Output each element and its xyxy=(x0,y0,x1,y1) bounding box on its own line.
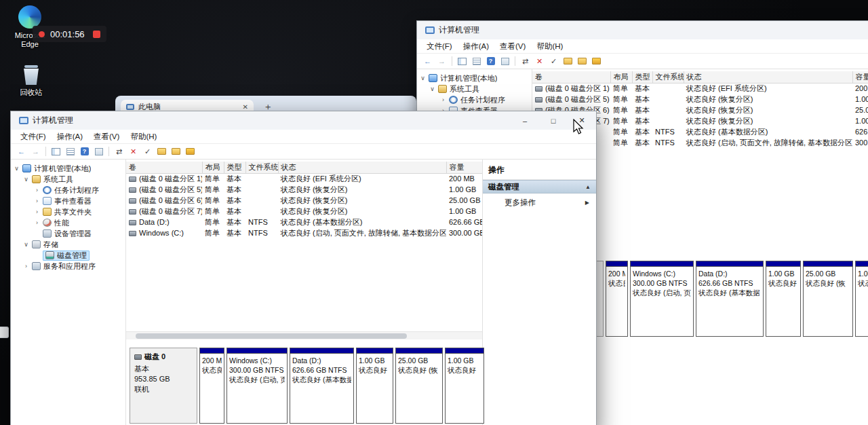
back-icon[interactable]: ← xyxy=(15,145,28,158)
tree-item-system-tools[interactable]: ∨系统工具 xyxy=(11,174,125,185)
expander-icon[interactable]: › xyxy=(34,187,40,193)
scrollbar-thumb[interactable] xyxy=(136,333,407,339)
delete-icon[interactable]: ✕ xyxy=(127,145,140,158)
forward-icon[interactable]: → xyxy=(435,55,448,67)
titlebar[interactable]: 计算机管理 xyxy=(417,21,868,39)
tree-item-event-viewer[interactable]: ›事件查看器 xyxy=(11,196,125,206)
delete-icon[interactable]: ✕ xyxy=(533,55,546,67)
tree-item-computer-management[interactable]: ∨计算机管理(本地) xyxy=(417,73,532,84)
volume-row[interactable]: (磁盘 0 磁盘分区 7)简单基本状态良好 (恢复分区)1.00 GB xyxy=(126,206,482,217)
expander-icon[interactable]: ∨ xyxy=(420,75,426,81)
partition-block[interactable]: 1.00 GB状态良好 xyxy=(445,348,484,424)
col-status[interactable]: 状态 xyxy=(684,71,852,83)
save-icon[interactable] xyxy=(590,55,603,67)
save-icon[interactable] xyxy=(184,145,197,158)
volume-row[interactable]: (磁盘 0 磁盘分区 1)简单基本状态良好 (EFI 系统分区)200 MB xyxy=(532,83,868,94)
menu-view[interactable]: 查看(V) xyxy=(494,41,531,52)
tab-close-icon[interactable]: ✕ xyxy=(243,103,248,111)
col-capacity[interactable]: 容量 xyxy=(446,162,482,173)
recycle-bin-icon[interactable]: 回收站 xyxy=(9,65,53,97)
help-icon[interactable]: ? xyxy=(78,145,91,158)
check-icon[interactable]: ✓ xyxy=(547,55,560,67)
disk0-info-box[interactable]: 磁盘 0 基本 953.85 GB 联机 xyxy=(130,348,197,424)
partition-block[interactable]: 1.00 GB状态良好 xyxy=(356,348,393,424)
stop-recording-button[interactable] xyxy=(93,31,100,38)
back-icon[interactable]: ← xyxy=(421,55,434,67)
grid-icon[interactable] xyxy=(92,145,105,158)
collapse-icon[interactable]: ▲ xyxy=(585,184,591,190)
computer-management-window[interactable]: 计算机管理 – □ ✕ 文件(F) 操作(A) 查看(V) 帮助(H) ← → … xyxy=(10,111,597,425)
col-filesystem[interactable]: 文件系统 xyxy=(652,71,684,83)
col-status[interactable]: 状态 xyxy=(278,162,446,173)
console-tree-icon[interactable] xyxy=(456,55,469,67)
titlebar[interactable]: 计算机管理 – □ ✕ xyxy=(11,111,596,130)
minimize-button[interactable]: – xyxy=(511,111,539,130)
col-type[interactable]: 类型 xyxy=(224,162,245,173)
tree-item-services-applications[interactable]: ›服务和应用程序 xyxy=(11,261,125,272)
tree-item-shared-folders[interactable]: ›共享文件夹 xyxy=(11,206,125,217)
help-icon[interactable]: ? xyxy=(484,55,497,67)
folder-open-icon[interactable] xyxy=(576,55,589,67)
refresh-icon[interactable]: ⇄ xyxy=(519,55,532,67)
refresh-icon[interactable]: ⇄ xyxy=(113,145,125,158)
col-volume[interactable]: 卷 xyxy=(532,71,610,83)
menu-action[interactable]: 操作(A) xyxy=(458,41,494,52)
partition-block[interactable]: Data (D:)626.66 GB NTFS状态良好 (基本数据 xyxy=(290,348,354,424)
partition-block[interactable]: 1.00 GB状态良好 xyxy=(766,261,801,337)
check-icon[interactable]: ✓ xyxy=(141,145,154,158)
expander-icon[interactable]: › xyxy=(34,198,40,204)
volume-row[interactable]: Windows (C:)简单基本NTFS状态良好 (启动, 页面文件, 故障转储… xyxy=(126,227,482,238)
tree-item-storage[interactable]: ∨存储 xyxy=(11,239,125,250)
volume-row[interactable]: (磁盘 0 磁盘分区 5)简单基本状态良好 (恢复分区)1.00 GB xyxy=(532,94,868,105)
actions-section-disk-management[interactable]: 磁盘管理 ▲ xyxy=(483,180,596,193)
expander-icon[interactable]: ∨ xyxy=(23,176,29,183)
grid-icon[interactable] xyxy=(498,55,511,67)
maximize-button[interactable]: □ xyxy=(539,111,568,130)
more-actions-item[interactable]: 更多操作 ▶ xyxy=(483,193,596,211)
expander-icon[interactable]: › xyxy=(34,208,40,215)
console-tree-icon[interactable] xyxy=(50,145,62,158)
docked-widget[interactable] xyxy=(0,327,9,338)
expander-icon[interactable]: ∨ xyxy=(14,165,20,172)
partition-block[interactable]: 25.00 GB状态良好 (恢 xyxy=(803,261,853,337)
volume-row[interactable]: (磁盘 0 磁盘分区 5)简单基本状态良好 (恢复分区)1.00 GB xyxy=(126,184,482,195)
partition-block[interactable]: Data (D:)626.66 GB NTFS状态良好 (基本数据 xyxy=(696,261,764,337)
expander-icon[interactable]: › xyxy=(440,96,446,103)
col-type[interactable]: 类型 xyxy=(632,71,652,83)
col-layout[interactable]: 布局 xyxy=(202,162,224,173)
volume-row[interactable]: (磁盘 0 磁盘分区 6)简单基本状态良好 (恢复分区)25.00 GB xyxy=(126,195,482,206)
menu-view[interactable]: 查看(V) xyxy=(88,132,125,142)
partition-block[interactable]: 200 MB状态良好 xyxy=(199,348,224,424)
partition-block[interactable]: 200 MB状态良好 xyxy=(606,261,628,337)
tree-item-disk-management[interactable]: 磁盘管理 xyxy=(11,250,125,261)
expander-icon[interactable]: › xyxy=(23,263,29,270)
menu-action[interactable]: 操作(A) xyxy=(52,132,88,142)
col-filesystem[interactable]: 文件系统 xyxy=(245,162,278,173)
partition-block[interactable]: 25.00 GB状态良好 (恢 xyxy=(395,348,443,424)
col-layout[interactable]: 布局 xyxy=(610,71,632,83)
export-list-icon[interactable] xyxy=(470,55,483,67)
volume-row[interactable]: Data (D:)简单基本NTFS状态良好 (基本数据分区)626.66 GB xyxy=(126,217,482,227)
col-capacity[interactable]: 容量 xyxy=(852,71,868,83)
tree-item-task-scheduler[interactable]: ›任务计划程序 xyxy=(417,94,532,105)
menu-file[interactable]: 文件(F) xyxy=(421,41,458,52)
volume-row[interactable]: (磁盘 0 磁盘分区 1)简单基本状态良好 (EFI 系统分区)200 MB xyxy=(126,173,482,184)
partition-block[interactable]: Windows (C:)300.00 GB NTFS状态良好 (启动, 页 xyxy=(630,261,694,337)
col-volume[interactable]: 卷 xyxy=(126,162,202,173)
menu-help[interactable]: 帮助(H) xyxy=(531,41,568,52)
tree-item-task-scheduler[interactable]: ›任务计划程序 xyxy=(11,185,125,196)
new-tab-button[interactable]: ＋ xyxy=(263,102,273,111)
folder-open-icon[interactable] xyxy=(170,145,182,158)
menu-file[interactable]: 文件(F) xyxy=(15,132,52,142)
folder-icon[interactable] xyxy=(155,145,168,158)
expander-icon[interactable]: › xyxy=(34,219,40,226)
folder-icon[interactable] xyxy=(561,55,574,67)
export-list-icon[interactable] xyxy=(64,145,77,158)
horizontal-scrollbar[interactable] xyxy=(126,331,482,339)
tree-item-performance[interactable]: ›性能 xyxy=(11,217,125,228)
tree-item-device-manager[interactable]: 设备管理器 xyxy=(11,228,125,239)
expander-icon[interactable]: ∨ xyxy=(23,241,29,248)
partition-block[interactable]: 1.00 GB状态良好 xyxy=(855,261,868,337)
expander-icon[interactable]: ∨ xyxy=(429,86,435,92)
menu-help[interactable]: 帮助(H) xyxy=(125,132,162,142)
